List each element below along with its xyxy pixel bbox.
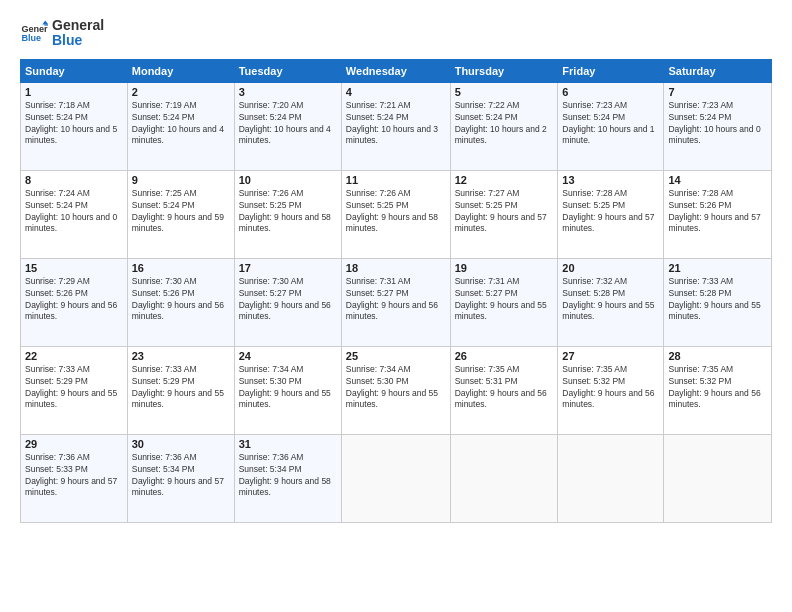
calendar-cell: 4 Sunrise: 7:21 AM Sunset: 5:24 PM Dayli… xyxy=(341,82,450,170)
day-info: Sunrise: 7:33 AM Sunset: 5:28 PM Dayligh… xyxy=(668,276,767,324)
calendar-cell: 27 Sunrise: 7:35 AM Sunset: 5:32 PM Dayl… xyxy=(558,346,664,434)
calendar-cell: 17 Sunrise: 7:30 AM Sunset: 5:27 PM Dayl… xyxy=(234,258,341,346)
day-info: Sunrise: 7:18 AM Sunset: 5:24 PM Dayligh… xyxy=(25,100,123,148)
calendar-cell: 13 Sunrise: 7:28 AM Sunset: 5:25 PM Dayl… xyxy=(558,170,664,258)
logo-blue: Blue xyxy=(52,33,104,48)
day-info: Sunrise: 7:35 AM Sunset: 5:32 PM Dayligh… xyxy=(668,364,767,412)
calendar-cell: 24 Sunrise: 7:34 AM Sunset: 5:30 PM Dayl… xyxy=(234,346,341,434)
day-number: 28 xyxy=(668,350,767,362)
day-info: Sunrise: 7:22 AM Sunset: 5:24 PM Dayligh… xyxy=(455,100,554,148)
day-info: Sunrise: 7:31 AM Sunset: 5:27 PM Dayligh… xyxy=(346,276,446,324)
day-info: Sunrise: 7:35 AM Sunset: 5:31 PM Dayligh… xyxy=(455,364,554,412)
day-info: Sunrise: 7:36 AM Sunset: 5:33 PM Dayligh… xyxy=(25,452,123,500)
calendar-cell xyxy=(664,434,772,522)
day-info: Sunrise: 7:33 AM Sunset: 5:29 PM Dayligh… xyxy=(25,364,123,412)
calendar-cell: 3 Sunrise: 7:20 AM Sunset: 5:24 PM Dayli… xyxy=(234,82,341,170)
calendar-cell: 26 Sunrise: 7:35 AM Sunset: 5:31 PM Dayl… xyxy=(450,346,558,434)
day-info: Sunrise: 7:28 AM Sunset: 5:25 PM Dayligh… xyxy=(562,188,659,236)
calendar-cell: 7 Sunrise: 7:23 AM Sunset: 5:24 PM Dayli… xyxy=(664,82,772,170)
calendar-cell: 1 Sunrise: 7:18 AM Sunset: 5:24 PM Dayli… xyxy=(21,82,128,170)
calendar-cell xyxy=(450,434,558,522)
day-info: Sunrise: 7:26 AM Sunset: 5:25 PM Dayligh… xyxy=(346,188,446,236)
calendar-cell: 29 Sunrise: 7:36 AM Sunset: 5:33 PM Dayl… xyxy=(21,434,128,522)
day-number: 25 xyxy=(346,350,446,362)
calendar-table: SundayMondayTuesdayWednesdayThursdayFrid… xyxy=(20,59,772,523)
calendar-cell xyxy=(341,434,450,522)
dow-header: Sunday xyxy=(21,59,128,82)
day-number: 18 xyxy=(346,262,446,274)
calendar-week-row: 29 Sunrise: 7:36 AM Sunset: 5:33 PM Dayl… xyxy=(21,434,772,522)
calendar-cell: 9 Sunrise: 7:25 AM Sunset: 5:24 PM Dayli… xyxy=(127,170,234,258)
day-number: 14 xyxy=(668,174,767,186)
calendar-cell: 25 Sunrise: 7:34 AM Sunset: 5:30 PM Dayl… xyxy=(341,346,450,434)
day-number: 29 xyxy=(25,438,123,450)
day-info: Sunrise: 7:36 AM Sunset: 5:34 PM Dayligh… xyxy=(132,452,230,500)
calendar-cell: 20 Sunrise: 7:32 AM Sunset: 5:28 PM Dayl… xyxy=(558,258,664,346)
logo-general: General xyxy=(52,18,104,33)
day-number: 15 xyxy=(25,262,123,274)
day-number: 7 xyxy=(668,86,767,98)
day-info: Sunrise: 7:21 AM Sunset: 5:24 PM Dayligh… xyxy=(346,100,446,148)
day-info: Sunrise: 7:26 AM Sunset: 5:25 PM Dayligh… xyxy=(239,188,337,236)
calendar-cell: 18 Sunrise: 7:31 AM Sunset: 5:27 PM Dayl… xyxy=(341,258,450,346)
day-number: 8 xyxy=(25,174,123,186)
day-number: 4 xyxy=(346,86,446,98)
svg-text:Blue: Blue xyxy=(21,34,41,44)
calendar-cell: 15 Sunrise: 7:29 AM Sunset: 5:26 PM Dayl… xyxy=(21,258,128,346)
day-number: 6 xyxy=(562,86,659,98)
dow-header: Wednesday xyxy=(341,59,450,82)
day-number: 26 xyxy=(455,350,554,362)
page: General Blue General Blue SundayMondayTu… xyxy=(0,0,792,612)
calendar-cell: 5 Sunrise: 7:22 AM Sunset: 5:24 PM Dayli… xyxy=(450,82,558,170)
day-number: 20 xyxy=(562,262,659,274)
dow-header: Thursday xyxy=(450,59,558,82)
calendar-cell: 30 Sunrise: 7:36 AM Sunset: 5:34 PM Dayl… xyxy=(127,434,234,522)
calendar-cell: 6 Sunrise: 7:23 AM Sunset: 5:24 PM Dayli… xyxy=(558,82,664,170)
day-number: 17 xyxy=(239,262,337,274)
day-info: Sunrise: 7:34 AM Sunset: 5:30 PM Dayligh… xyxy=(239,364,337,412)
dow-header: Monday xyxy=(127,59,234,82)
day-number: 24 xyxy=(239,350,337,362)
calendar-week-row: 1 Sunrise: 7:18 AM Sunset: 5:24 PM Dayli… xyxy=(21,82,772,170)
dow-header: Tuesday xyxy=(234,59,341,82)
calendar-cell: 11 Sunrise: 7:26 AM Sunset: 5:25 PM Dayl… xyxy=(341,170,450,258)
logo-icon: General Blue xyxy=(20,19,48,47)
day-info: Sunrise: 7:30 AM Sunset: 5:27 PM Dayligh… xyxy=(239,276,337,324)
day-number: 30 xyxy=(132,438,230,450)
day-header-row: SundayMondayTuesdayWednesdayThursdayFrid… xyxy=(21,59,772,82)
day-number: 3 xyxy=(239,86,337,98)
calendar-cell: 2 Sunrise: 7:19 AM Sunset: 5:24 PM Dayli… xyxy=(127,82,234,170)
dow-header: Friday xyxy=(558,59,664,82)
day-info: Sunrise: 7:31 AM Sunset: 5:27 PM Dayligh… xyxy=(455,276,554,324)
calendar-cell: 19 Sunrise: 7:31 AM Sunset: 5:27 PM Dayl… xyxy=(450,258,558,346)
day-info: Sunrise: 7:24 AM Sunset: 5:24 PM Dayligh… xyxy=(25,188,123,236)
calendar-cell: 23 Sunrise: 7:33 AM Sunset: 5:29 PM Dayl… xyxy=(127,346,234,434)
calendar-cell: 22 Sunrise: 7:33 AM Sunset: 5:29 PM Dayl… xyxy=(21,346,128,434)
calendar-body: 1 Sunrise: 7:18 AM Sunset: 5:24 PM Dayli… xyxy=(21,82,772,522)
day-number: 2 xyxy=(132,86,230,98)
day-info: Sunrise: 7:20 AM Sunset: 5:24 PM Dayligh… xyxy=(239,100,337,148)
calendar-cell: 21 Sunrise: 7:33 AM Sunset: 5:28 PM Dayl… xyxy=(664,258,772,346)
logo: General Blue General Blue xyxy=(20,18,104,49)
day-info: Sunrise: 7:25 AM Sunset: 5:24 PM Dayligh… xyxy=(132,188,230,236)
calendar-cell: 31 Sunrise: 7:36 AM Sunset: 5:34 PM Dayl… xyxy=(234,434,341,522)
day-info: Sunrise: 7:34 AM Sunset: 5:30 PM Dayligh… xyxy=(346,364,446,412)
day-number: 21 xyxy=(668,262,767,274)
day-number: 23 xyxy=(132,350,230,362)
day-number: 13 xyxy=(562,174,659,186)
calendar-cell xyxy=(558,434,664,522)
day-info: Sunrise: 7:19 AM Sunset: 5:24 PM Dayligh… xyxy=(132,100,230,148)
calendar-cell: 12 Sunrise: 7:27 AM Sunset: 5:25 PM Dayl… xyxy=(450,170,558,258)
day-info: Sunrise: 7:27 AM Sunset: 5:25 PM Dayligh… xyxy=(455,188,554,236)
day-number: 16 xyxy=(132,262,230,274)
day-info: Sunrise: 7:30 AM Sunset: 5:26 PM Dayligh… xyxy=(132,276,230,324)
calendar-cell: 14 Sunrise: 7:28 AM Sunset: 5:26 PM Dayl… xyxy=(664,170,772,258)
day-info: Sunrise: 7:28 AM Sunset: 5:26 PM Dayligh… xyxy=(668,188,767,236)
calendar-week-row: 15 Sunrise: 7:29 AM Sunset: 5:26 PM Dayl… xyxy=(21,258,772,346)
day-number: 11 xyxy=(346,174,446,186)
day-info: Sunrise: 7:29 AM Sunset: 5:26 PM Dayligh… xyxy=(25,276,123,324)
day-info: Sunrise: 7:23 AM Sunset: 5:24 PM Dayligh… xyxy=(668,100,767,148)
calendar-cell: 16 Sunrise: 7:30 AM Sunset: 5:26 PM Dayl… xyxy=(127,258,234,346)
day-number: 9 xyxy=(132,174,230,186)
day-number: 1 xyxy=(25,86,123,98)
